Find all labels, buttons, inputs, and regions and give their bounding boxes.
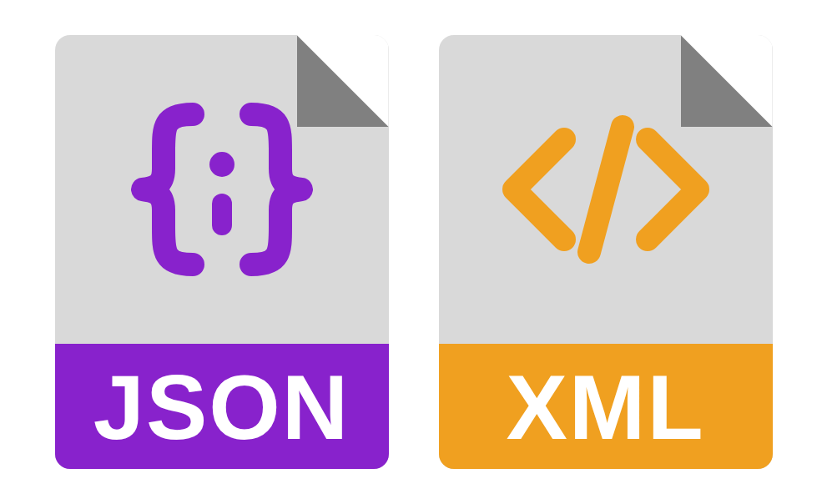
xml-label-band: XML [439, 344, 773, 469]
json-label: JSON [93, 354, 350, 460]
xml-file-icon: XML [439, 35, 773, 469]
xml-angle-brackets-icon [489, 81, 723, 298]
json-symbol-area [55, 35, 389, 344]
json-file-icon: JSON [55, 35, 389, 469]
xml-symbol-area [439, 35, 773, 344]
svg-point-0 [209, 152, 234, 177]
json-braces-icon [113, 81, 330, 298]
json-label-band: JSON [55, 344, 389, 469]
xml-label: XML [506, 354, 704, 460]
svg-rect-1 [212, 194, 232, 235]
